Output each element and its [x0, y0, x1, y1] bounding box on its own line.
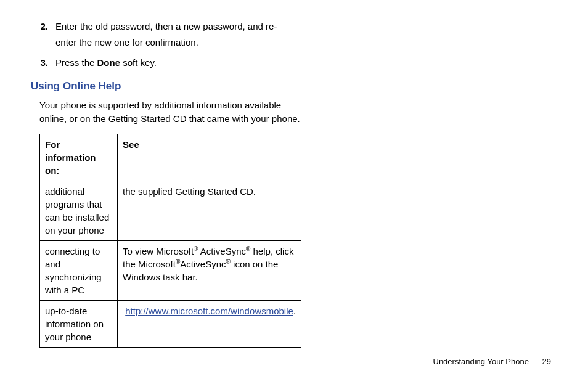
intro-paragraph: Your phone is supported by additional in… [39, 99, 304, 126]
page-footer: Understanding Your Phone 29 [433, 357, 552, 366]
info-table: For information on: See additional progr… [39, 134, 301, 348]
step-item: 2. Enter the old password, then a new pa… [31, 18, 551, 50]
table-row: connecting to and synchronizing with a P… [40, 240, 301, 300]
footer-section: Understanding Your Phone [433, 357, 529, 366]
text: Press the [55, 57, 97, 68]
section-heading: Using Online Help [31, 80, 551, 92]
step-number: 2. [31, 18, 48, 50]
table-row: up-to-date information on your phone htt… [40, 300, 301, 347]
page: 2. Enter the old password, then a new pa… [0, 0, 588, 392]
table-cell: To view Microsoft® ActiveSync® help, cli… [118, 240, 301, 300]
table-cell: connecting to and synchronizing with a P… [40, 240, 118, 300]
softkey-name: Done [97, 57, 121, 68]
page-number: 29 [542, 357, 551, 366]
text: ActiveSync [198, 246, 246, 256]
text: ActiveSync [180, 259, 226, 269]
table-cell: up-to-date information on your phone [40, 300, 118, 347]
step-item: 3. Press the Done soft key. [31, 55, 551, 71]
step-number: 3. [31, 55, 48, 71]
text: . [293, 306, 296, 316]
external-link[interactable]: http://www.microsoft.com/windowsmobile [125, 306, 293, 316]
table-cell: the supplied Getting Started CD. [118, 181, 301, 240]
registered-icon: ® [226, 258, 231, 265]
table-header-cell: See [118, 134, 301, 181]
table-header-row: For information on: See [40, 134, 301, 181]
text: soft key. [120, 57, 157, 68]
step-list: 2. Enter the old password, then a new pa… [31, 18, 551, 71]
step-text: Enter the old password, then a new passw… [55, 18, 290, 50]
text: To view Microsoft [123, 246, 194, 256]
table-header-cell: For information on: [40, 134, 118, 181]
table-cell: http://www.microsoft.com/windowsmobile. [118, 300, 301, 347]
table-cell: additional programs that can be installe… [40, 181, 118, 240]
step-text: Press the Done soft key. [55, 55, 157, 71]
table-row: additional programs that can be installe… [40, 181, 301, 240]
